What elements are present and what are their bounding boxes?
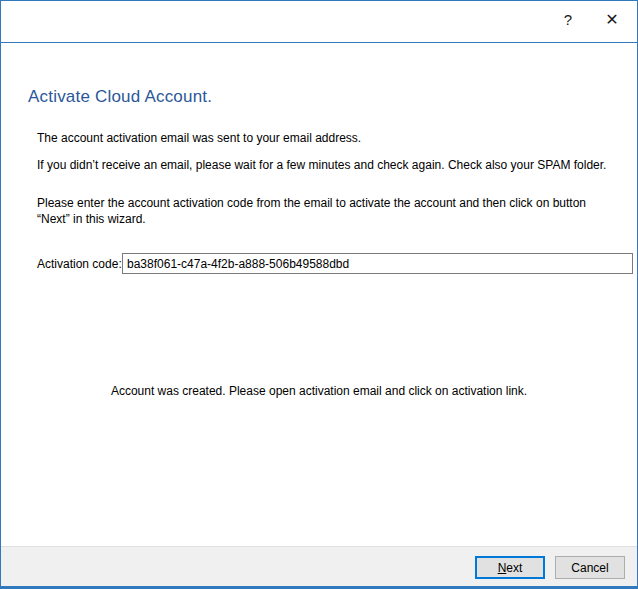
cancel-button[interactable]: Cancel — [555, 556, 625, 579]
dialog-footer: Next Cancel — [1, 546, 637, 586]
activation-code-label: Activation code: — [37, 257, 122, 271]
next-button-label: ext — [506, 561, 522, 575]
enter-code-instructions-text: Please enter the account activation code… — [37, 195, 613, 227]
title-bar: ? ✕ — [1, 1, 637, 43]
check-spam-text: If you didn’t receive an email, please w… — [37, 157, 606, 173]
activate-cloud-account-dialog: ? ✕ Activate Cloud Account. The account … — [0, 0, 638, 589]
next-button[interactable]: Next — [475, 556, 545, 579]
help-icon[interactable]: ? — [551, 5, 585, 33]
activation-code-input[interactable] — [122, 253, 633, 274]
activation-email-sent-text: The account activation email was sent to… — [37, 130, 361, 146]
status-message: Account was created. Please open activat… — [1, 384, 637, 398]
page-title: Activate Cloud Account. — [28, 87, 212, 107]
close-icon[interactable]: ✕ — [595, 5, 629, 33]
